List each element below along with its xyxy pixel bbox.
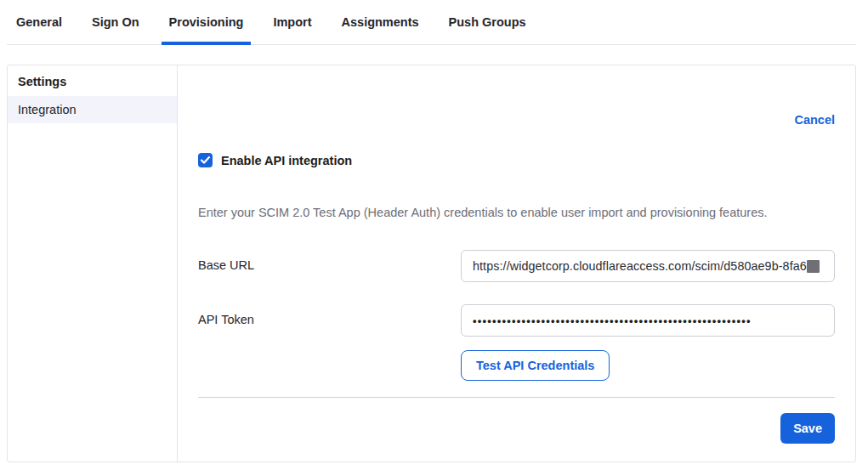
- base-url-label: Base URL: [198, 250, 461, 272]
- api-token-masked-value: ••••••••••••••••••••••••••••••••••••••••…: [473, 314, 752, 327]
- tab-assignments[interactable]: Assignments: [334, 0, 427, 45]
- text-overflow-artifact: [807, 260, 820, 273]
- tab-push-groups[interactable]: Push Groups: [441, 0, 534, 45]
- cancel-row: Cancel: [198, 113, 835, 127]
- provisioning-settings-page: General Sign On Provisioning Import Assi…: [0, 0, 868, 470]
- tab-sign-on[interactable]: Sign On: [84, 0, 147, 45]
- base-url-value: https://widgetcorp.cloudflareaccess.com/…: [473, 259, 807, 273]
- credentials-description: Enter your SCIM 2.0 Test App (Header Aut…: [198, 206, 835, 219]
- sidebar-item-integration[interactable]: Integration: [8, 96, 177, 123]
- api-token-label: API Token: [198, 304, 461, 326]
- settings-sidebar: Settings Integration: [8, 65, 178, 462]
- tab-provisioning[interactable]: Provisioning: [162, 0, 252, 45]
- base-url-row: Base URL https://widgetcorp.cloudflareac…: [198, 250, 835, 282]
- checkmark-icon: [201, 156, 210, 164]
- enable-api-integration-label: Enable API integration: [221, 154, 352, 167]
- footer-divider: [198, 397, 835, 398]
- integration-settings-content: Cancel Enable API integration Enter your…: [178, 65, 856, 462]
- test-api-credentials-button[interactable]: Test API Credentials: [461, 350, 610, 381]
- credentials-form: Base URL https://widgetcorp.cloudflareac…: [198, 250, 835, 381]
- test-credentials-row: Test API Credentials: [461, 350, 835, 381]
- base-url-input[interactable]: https://widgetcorp.cloudflareaccess.com/…: [461, 250, 835, 282]
- enable-api-integration-checkbox[interactable]: [198, 153, 213, 167]
- api-token-input[interactable]: ••••••••••••••••••••••••••••••••••••••••…: [461, 304, 835, 337]
- tab-general[interactable]: General: [9, 0, 70, 45]
- tab-import[interactable]: Import: [265, 0, 319, 45]
- provisioning-panel: Settings Integration Cancel Enable API i…: [7, 65, 856, 462]
- enable-api-integration-row: Enable API integration: [198, 153, 835, 167]
- sidebar-header-settings: Settings: [8, 65, 177, 96]
- cancel-link[interactable]: Cancel: [794, 113, 835, 127]
- save-button[interactable]: Save: [780, 413, 835, 444]
- app-tab-bar: General Sign On Provisioning Import Assi…: [7, 0, 856, 45]
- api-token-row: API Token ••••••••••••••••••••••••••••••…: [198, 304, 835, 337]
- save-row: Save: [198, 413, 835, 444]
